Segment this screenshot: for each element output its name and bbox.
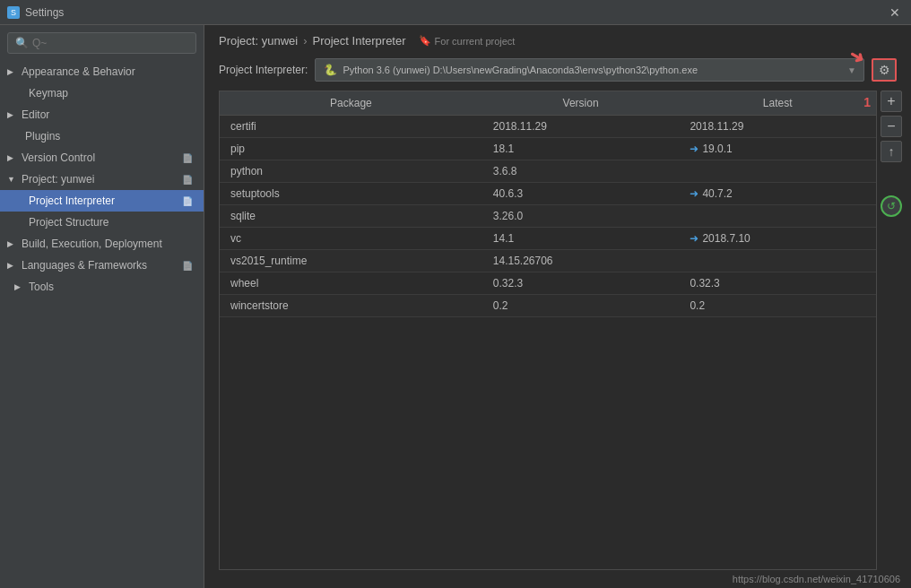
- package-version: 14.15.26706: [482, 250, 680, 272]
- package-name: wheel: [220, 272, 482, 295]
- title-bar: S Settings ✕: [0, 0, 911, 25]
- col-version: Version: [482, 91, 680, 116]
- package-version: 0.32.3: [482, 272, 680, 295]
- interpreter-select[interactable]: 🐍 Python 3.6 (yunwei) D:\Users\newGradin…: [315, 58, 864, 82]
- breadcrumb-separator: ›: [303, 34, 307, 48]
- sidebar-item-label: Appearance & Behavior: [22, 65, 135, 78]
- table-row[interactable]: sqlite3.26.0: [220, 205, 876, 228]
- sidebar-item-project-interpreter[interactable]: Project Interpreter 📄: [0, 190, 204, 212]
- table-row[interactable]: wheel0.32.30.32.3: [220, 272, 876, 295]
- sidebar: 🔍 ▶ Appearance & Behavior Keymap ▶ Edito…: [0, 25, 204, 588]
- footer-url: https://blog.csdn.net/weixin_41710606: [733, 574, 900, 584]
- breadcrumb-tag-label: For current project: [435, 36, 516, 47]
- package-name: setuptools: [220, 183, 482, 205]
- page-icon: 📄: [182, 196, 193, 206]
- sidebar-item-version-control[interactable]: ▶ Version Control 📄: [0, 147, 204, 169]
- gear-button[interactable]: ⚙: [872, 58, 897, 82]
- breadcrumb-root: Project: yunwei: [219, 34, 298, 48]
- sidebar-item-label: Languages & Frameworks: [22, 259, 147, 272]
- package-version: 2018.11.29: [482, 116, 680, 138]
- package-version: 18.1: [482, 138, 680, 160]
- package-name: wincertstore: [220, 295, 482, 317]
- breadcrumb-tag: 🔖 For current project: [419, 35, 516, 47]
- add-package-button[interactable]: +: [881, 91, 902, 112]
- chevron-right-icon: ▶: [7, 110, 16, 119]
- table-row[interactable]: vs2015_runtime14.15.26706: [220, 250, 876, 272]
- app-icon: S: [7, 6, 20, 19]
- table-row[interactable]: python3.6.8: [220, 160, 876, 183]
- table-row[interactable]: certifi2018.11.292018.11.29: [220, 116, 876, 138]
- table-row[interactable]: setuptools40.6.3➜40.7.2: [220, 183, 876, 205]
- remove-package-button[interactable]: −: [881, 116, 902, 137]
- package-latest: ➜40.7.2: [679, 183, 876, 205]
- sidebar-item-build-exec[interactable]: ▶ Build, Execution, Deployment: [0, 233, 204, 255]
- update-arrow-icon: ➜: [690, 143, 698, 155]
- table-area: 1 Package Version Latest certifi2018.11.…: [204, 91, 911, 570]
- refresh-button[interactable]: ↺: [881, 195, 902, 217]
- package-version: 0.2: [482, 295, 680, 317]
- sidebar-item-project-yunwei[interactable]: ▼ Project: yunwei 📄: [0, 169, 204, 190]
- tag-icon: 🔖: [419, 35, 431, 47]
- package-latest: 2018.11.29: [679, 116, 876, 138]
- table-row[interactable]: wincertstore0.20.2: [220, 295, 876, 317]
- chevron-right-icon: ▶: [7, 67, 16, 76]
- interpreter-label: Project Interpreter:: [219, 64, 308, 76]
- page-icon: 📄: [182, 261, 193, 271]
- sidebar-item-plugins[interactable]: Plugins: [0, 125, 204, 147]
- sidebar-item-label: Project: yunwei: [22, 173, 94, 186]
- window-title: Settings: [25, 6, 64, 19]
- annotation-1: 1: [863, 95, 871, 109]
- chevron-right-icon: ▶: [7, 239, 16, 248]
- sidebar-item-label: Editor: [22, 108, 49, 121]
- package-latest: 0.2: [679, 295, 876, 317]
- interpreter-select-value: 🐍 Python 3.6 (yunwei) D:\Users\newGradin…: [323, 63, 698, 77]
- interpreter-path: Python 3.6 (yunwei) D:\Users\newGrading\…: [343, 65, 698, 75]
- sidebar-item-editor[interactable]: ▶ Editor: [0, 104, 204, 125]
- search-box[interactable]: 🔍: [7, 32, 196, 54]
- page-icon: 📄: [182, 153, 193, 163]
- gear-icon: ⚙: [879, 63, 890, 77]
- chevron-right-icon: ▶: [7, 261, 16, 270]
- breadcrumb-current: Project Interpreter: [313, 34, 406, 48]
- breadcrumb: Project: yunwei › Project Interpreter 🔖 …: [204, 25, 911, 53]
- sidebar-item-tools[interactable]: ▶ Tools: [0, 276, 204, 298]
- package-version: 3.6.8: [482, 160, 680, 183]
- table-body: certifi2018.11.292018.11.29pip18.1➜19.0.…: [220, 116, 876, 317]
- package-latest: [679, 205, 876, 228]
- package-name: certifi: [220, 116, 482, 138]
- content-area: Project: yunwei › Project Interpreter 🔖 …: [204, 25, 911, 588]
- up-button[interactable]: ↑: [881, 141, 902, 162]
- package-version: 14.1: [482, 228, 680, 250]
- col-package: Package: [220, 91, 482, 116]
- package-version: 3.26.0: [482, 205, 680, 228]
- sidebar-item-label: Plugins: [25, 130, 60, 143]
- spacer: [881, 166, 904, 193]
- packages-table: Package Version Latest certifi2018.11.29…: [220, 91, 876, 317]
- package-version: 40.6.3: [482, 183, 680, 205]
- sidebar-item-label: Build, Execution, Deployment: [22, 238, 162, 250]
- right-actions: + − ↑ ↺: [877, 91, 907, 570]
- package-latest: [679, 250, 876, 272]
- sidebar-item-appearance[interactable]: ▶ Appearance & Behavior: [0, 61, 204, 82]
- package-name: pip: [220, 138, 482, 160]
- sidebar-item-label: Version Control: [22, 151, 95, 164]
- table-row[interactable]: pip18.1➜19.0.1: [220, 138, 876, 160]
- sidebar-item-keymap[interactable]: Keymap: [0, 82, 204, 104]
- package-latest: ➜2018.7.10: [679, 228, 876, 250]
- sidebar-item-languages[interactable]: ▶ Languages & Frameworks 📄: [0, 255, 204, 276]
- package-latest: ➜19.0.1: [679, 138, 876, 160]
- sidebar-item-label: Project Interpreter: [29, 195, 115, 207]
- chevron-right-icon: ▶: [7, 153, 16, 162]
- sidebar-item-label: Tools: [29, 281, 54, 293]
- interpreter-row: Project Interpreter: 🐍 Python 3.6 (yunwe…: [204, 53, 911, 91]
- footer: https://blog.csdn.net/weixin_41710606: [204, 570, 911, 588]
- sidebar-item-project-structure[interactable]: Project Structure: [0, 212, 204, 233]
- close-button[interactable]: ✕: [886, 4, 904, 22]
- package-name: vs2015_runtime: [220, 250, 482, 272]
- package-latest: 0.32.3: [679, 272, 876, 295]
- table-row[interactable]: vc14.1➜2018.7.10: [220, 228, 876, 250]
- sidebar-item-label: Project Structure: [29, 216, 108, 229]
- search-input[interactable]: [32, 37, 188, 49]
- table-header: Package Version Latest: [220, 91, 876, 116]
- update-arrow-icon: ➜: [690, 232, 698, 245]
